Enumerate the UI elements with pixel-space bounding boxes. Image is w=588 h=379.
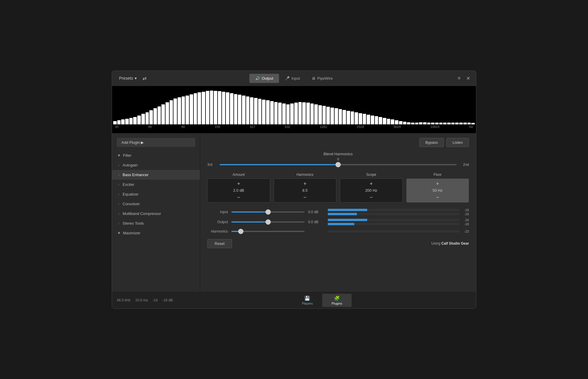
tab-input[interactable]: 🎤 Input	[279, 74, 306, 83]
scope-minus-button[interactable]: −	[367, 194, 376, 201]
spectrum-bar	[186, 96, 189, 124]
spectrum-bar	[166, 102, 169, 124]
spectrum-bar	[403, 122, 407, 124]
blend-value: 0	[207, 157, 469, 161]
sidebar-item-label: Stereo Tools	[123, 221, 144, 226]
sidebar-item-multiband-compressor[interactable]: ↓ Multiband Compressor	[112, 209, 200, 218]
sidebar-item-maximizer[interactable]: ■ Maximizer	[112, 228, 200, 238]
output-slider-row: Output 0.0 dB -16	[207, 218, 469, 226]
autogain-icon: ↓	[118, 163, 120, 167]
menu-button[interactable]: ≡	[457, 74, 462, 82]
tab-pipewire[interactable]: 🖥 PipeWire	[306, 74, 339, 83]
spectrum-bar	[294, 103, 298, 124]
input-vu-area: -16 -19	[328, 208, 469, 216]
spectrum-bar	[335, 108, 338, 124]
blend-left-label: 3rd	[207, 163, 216, 167]
spectrum-bar	[210, 91, 213, 124]
harmonics-output-slider[interactable]	[231, 231, 305, 232]
sidebar-item-equalizer[interactable]: ↓ Equalizer	[112, 189, 200, 199]
scope-plus-button[interactable]: +	[367, 181, 376, 187]
spectrum-bar	[129, 118, 133, 124]
spectrum-bar	[146, 112, 149, 124]
harmonics-minus-button[interactable]: −	[300, 194, 310, 201]
input-vu-db-2: -19	[461, 212, 469, 216]
spectrum-bar	[194, 93, 197, 124]
control-harmonics: Harmonics + 8.5 −	[274, 173, 337, 203]
reset-button[interactable]: Reset	[207, 239, 232, 248]
output-vu-row-1: -16	[328, 218, 469, 221]
spectrum-bar	[226, 92, 229, 124]
harmonics-plus-button[interactable]: +	[300, 181, 310, 187]
maximizer-icon: ■	[118, 231, 120, 235]
floor-plus-button[interactable]: +	[433, 181, 442, 187]
plugins-icon: 🧩	[334, 295, 340, 301]
harmonics-vu-db: -23	[461, 230, 469, 233]
spectrum-bar	[282, 103, 286, 124]
bottom-stats: 48.0 kHz 10.0 ms -14 -16 dB	[117, 298, 173, 302]
input-vu-fill-2	[328, 213, 357, 215]
output-vu-fill-1	[328, 219, 367, 221]
plugin-footer: Reset Using Calf Studio Gear	[207, 239, 469, 248]
sidebar-item-autogain[interactable]: ↓ Autogain	[112, 160, 200, 170]
control-amount: Amount + 2.0 dB −	[207, 173, 270, 203]
sidebar-item-label: Bass Enhancer	[123, 173, 148, 177]
refresh-button[interactable]: ⇄	[140, 74, 149, 82]
sidebar-item-convolver[interactable]: ↓ Convolver	[112, 199, 200, 209]
equalizer-icon: ↓	[118, 192, 120, 196]
spectrum-bar	[306, 103, 310, 124]
spectrum-bar	[330, 108, 334, 124]
spectrum-bar	[355, 112, 358, 124]
amount-plus-button[interactable]: +	[234, 181, 243, 187]
controls-grid: Amount + 2.0 dB − Harmonics + 8.5 −	[207, 173, 469, 203]
spectrum-bar	[214, 91, 217, 124]
amount-minus-button[interactable]: −	[234, 194, 243, 201]
input-slider[interactable]	[231, 211, 305, 213]
input-vu-fill-1	[328, 209, 367, 211]
bass-enhancer-icon: ↓	[118, 173, 120, 177]
spectrum-bar	[242, 96, 245, 124]
sidebar-item-filter[interactable]: ■ Filter	[112, 151, 200, 160]
floor-minus-button[interactable]: −	[433, 194, 442, 201]
presets-label: Presets	[119, 76, 133, 81]
spectrum-bar	[178, 97, 181, 124]
sidebar-item-exciter[interactable]: ↓ Exciter	[112, 180, 200, 189]
tab-players[interactable]: 💾 Players	[293, 294, 322, 307]
spectrum-bar	[258, 99, 262, 124]
output-label: Output	[207, 220, 228, 224]
spectrum-bar	[218, 91, 221, 124]
input-vu-row-1: -16	[328, 208, 469, 211]
blend-harmonics-slider[interactable]	[220, 164, 457, 165]
spectrum-bar	[238, 95, 241, 124]
input-icon: 🎤	[285, 76, 290, 81]
spectrum-bar	[270, 101, 274, 124]
spectrum-bar	[371, 116, 374, 124]
spectrum-bar	[222, 92, 225, 124]
tab-output[interactable]: 🔊 Output	[249, 74, 279, 83]
spectrum-bar	[278, 103, 282, 124]
bypass-button[interactable]: Bypass	[419, 138, 444, 147]
sidebar-item-bass-enhancer[interactable]: ↓ Bass Enhancer	[112, 170, 200, 180]
tab-plugins[interactable]: 🧩 Plugins	[322, 294, 352, 307]
spectrum-bar	[141, 114, 145, 124]
output-vu-track-1	[328, 219, 460, 221]
sidebar: Add Plugin ▶ ■ Filter ↓ Autogain ↓ Bass …	[112, 133, 200, 292]
sidebar-item-stereo-tools[interactable]: ↓ Stereo Tools	[112, 218, 200, 228]
spectrum-bar	[435, 123, 439, 124]
spectrum-bar	[363, 114, 366, 124]
spectrum-bar	[359, 113, 362, 124]
sidebar-item-label: Convolver	[123, 202, 140, 206]
spectrum-bar	[230, 93, 233, 124]
presets-button[interactable]: Presets ▾	[117, 75, 139, 82]
close-button[interactable]: ✕	[465, 74, 471, 82]
spectrum-bar	[375, 116, 378, 124]
spectrum-labels: 20 40 80 159 317 632 1262 2518 5024 1002…	[112, 124, 476, 129]
add-plugin-button[interactable]: Add Plugin ▶	[117, 138, 195, 147]
refresh-icon: ⇄	[143, 76, 146, 81]
listen-button[interactable]: Listen	[446, 138, 469, 147]
output-slider[interactable]	[231, 221, 305, 223]
spectrum-bar	[399, 121, 402, 124]
spectrum-bar	[310, 103, 314, 124]
scope-value: 200 Hz	[365, 187, 377, 194]
spectrum-bar	[467, 123, 471, 124]
floor-label: Floor	[434, 173, 442, 177]
